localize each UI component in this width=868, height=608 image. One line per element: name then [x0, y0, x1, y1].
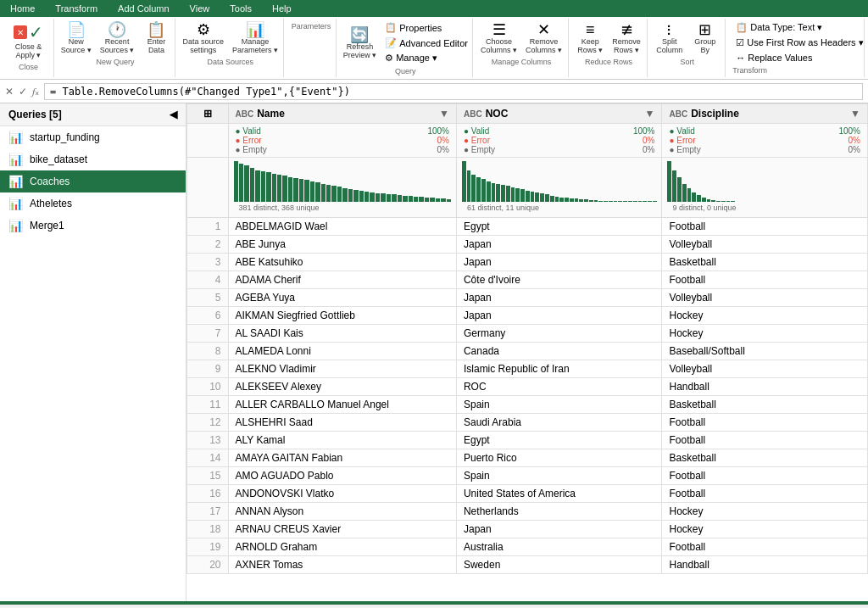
row-name: ARNOLD Graham — [228, 538, 456, 556]
discipline-column-header[interactable]: ABC Discipline ▼ — [662, 104, 868, 124]
name-column-header[interactable]: ABC Name ▼ — [228, 104, 456, 124]
manage-parameters-button[interactable]: 📊 ManageParameters ▾ — [229, 20, 281, 56]
table-row[interactable]: 4 ADAMA Cherif Côte d'Ivoire Football — [187, 271, 868, 289]
enter-data-button[interactable]: 📋 EnterData — [139, 20, 173, 56]
keep-rows-label: KeepRows ▾ — [577, 37, 603, 54]
discipline-distinct: 9 distinct, 0 unique — [665, 202, 864, 215]
name-col-filter-icon[interactable]: ▼ — [439, 108, 449, 120]
formula-cancel-icon[interactable]: ✕ — [5, 86, 14, 98]
sidebar-item-bike-dataset[interactable]: 📊 bike_dataset — [0, 148, 186, 170]
keep-rows-button[interactable]: ≡ KeepRows ▾ — [573, 20, 607, 56]
row-number: 18 — [187, 521, 229, 538]
tab-help[interactable]: Help — [262, 0, 302, 17]
properties-button[interactable]: 📋 Properties — [381, 20, 471, 35]
main-layout: Queries [5] ◀ 📊 startup_funding 📊 bike_d… — [0, 103, 868, 601]
refresh-preview-icon: 🔄 — [350, 27, 369, 42]
remove-rows-button[interactable]: ≢ RemoveRows ▾ — [609, 20, 644, 56]
group-by-button[interactable]: ⊞ GroupBy — [688, 20, 722, 56]
table-row[interactable]: 5 AGEBA Yuya Japan Volleyball — [187, 289, 868, 307]
merge1-label: Merge1 — [30, 220, 64, 231]
table-row[interactable]: 7 AL SAADI Kais Germany Hockey — [187, 325, 868, 343]
data-type-button[interactable]: 📋 Data Type: Text ▾ — [732, 20, 866, 35]
advanced-editor-button[interactable]: 📝 Advanced Editor — [381, 36, 471, 50]
tab-transform[interactable]: Transform — [45, 0, 108, 17]
sidebar-collapse-icon[interactable]: ◀ — [170, 109, 177, 120]
name-bar-chart: 381 distinct, 368 unique — [228, 158, 456, 218]
use-first-row-icon: ☑ — [736, 37, 744, 48]
row-number: 16 — [187, 485, 229, 503]
discipline-col-filter-icon[interactable]: ▼ — [850, 108, 860, 120]
row-discipline: Basketball — [662, 396, 868, 414]
table-row[interactable]: 14 AMAYA GAITAN Fabian Puerto Rico Baske… — [187, 449, 868, 467]
recent-sources-button[interactable]: 🕐 RecentSources ▾ — [97, 20, 138, 56]
table-row[interactable]: 10 ALEKSEEV Alexey ROC Handball — [187, 378, 868, 396]
tab-tools[interactable]: Tools — [220, 0, 262, 17]
table-row[interactable]: 6 AIKMAN Siegfried Gottlieb Japan Hockey — [187, 307, 868, 325]
tab-add-column[interactable]: Add Column — [108, 0, 180, 17]
manage-button[interactable]: ⚙ Manage ▾ — [381, 51, 471, 65]
row-discipline: Volleyball — [662, 360, 868, 378]
formula-fx-icon[interactable]: 𝑓ₓ — [32, 86, 39, 98]
noc-col-filter-icon[interactable]: ▼ — [645, 108, 655, 120]
noc-column-header[interactable]: ABC NOC ▼ — [456, 104, 662, 124]
sidebar-item-merge1[interactable]: 📊 Merge1 — [0, 215, 186, 237]
row-number: 15 — [187, 467, 229, 485]
replace-values-button[interactable]: ↔ Replace Values — [732, 51, 866, 64]
group-query: 🔄 RefreshPreview ▾ 📋 Properties 📝 Advanc… — [338, 19, 473, 77]
row-name: ABE Junya — [228, 236, 456, 254]
group-data-sources: ⚙ Data sourcesettings 📊 ManageParameters… — [177, 19, 284, 77]
table-row[interactable]: 1 ABDELMAGID Wael Egypt Football — [187, 218, 868, 236]
tab-view[interactable]: View — [180, 0, 220, 17]
row-discipline: Basketball — [662, 254, 868, 271]
refresh-preview-button[interactable]: 🔄 RefreshPreview ▾ — [340, 25, 381, 61]
new-source-button[interactable]: 📄 NewSource ▾ — [58, 20, 95, 56]
sidebar-item-atheletes[interactable]: 📊 Atheletes — [0, 192, 186, 215]
manage-columns-group-title: Manage Columns — [492, 58, 552, 66]
remove-columns-button[interactable]: ✕ RemoveColumns ▾ — [522, 20, 565, 56]
formula-input[interactable] — [44, 83, 863, 100]
sidebar-title: Queries [5] — [8, 109, 62, 120]
tab-home[interactable]: Home — [0, 0, 45, 17]
group-transform: 📋 Data Type: Text ▾ ☑ Use First Row as H… — [727, 19, 865, 77]
data-source-settings-button[interactable]: ⚙ Data sourcesettings — [180, 20, 228, 56]
table-row[interactable]: 3 ABE Katsuhiko Japan Basketball — [187, 254, 868, 271]
table-row[interactable]: 12 ALSHEHRI Saad Saudi Arabia Football — [187, 414, 868, 432]
table-row[interactable]: 17 ANNAN Alyson Netherlands Hockey — [187, 503, 868, 521]
close-apply-button[interactable]: ✕ ✓ Close &Apply ▾ — [10, 20, 47, 61]
name-col-label: Name — [257, 108, 285, 120]
row-number: 10 — [187, 378, 229, 396]
bike-dataset-icon: 📊 — [8, 153, 23, 166]
group-reduce-rows: ≡ KeepRows ▾ ≢ RemoveRows ▾ Reduce Rows — [570, 19, 648, 77]
close-x-icon: ✕ — [14, 25, 27, 39]
row-name: AL SAADI Kais — [228, 325, 456, 343]
close-group-title: Close — [19, 63, 38, 71]
sidebar-item-startup-funding[interactable]: 📊 startup_funding — [0, 126, 186, 148]
atheletes-label: Atheletes — [30, 198, 72, 209]
new-query-group-title: New Query — [97, 58, 135, 66]
row-discipline: Volleyball — [662, 289, 868, 307]
table-row[interactable]: 13 ALY Kamal Egypt Football — [187, 432, 868, 449]
table-row[interactable]: 8 ALAMEDA Lonni Canada Baseball/Softball — [187, 343, 868, 360]
table-row[interactable]: 16 ANDONOVSKI Vlatko United States of Am… — [187, 485, 868, 503]
row-discipline: Basketball — [662, 449, 868, 467]
table-row[interactable]: 11 ALLER CARBALLO Manuel Angel Spain Bas… — [187, 396, 868, 414]
table-row[interactable]: 15 AMO AGUADO Pablo Spain Football — [187, 467, 868, 485]
choose-columns-button[interactable]: ☰ ChooseColumns ▾ — [477, 20, 520, 56]
table-container[interactable]: ⊞ ABC Name ▼ — [186, 103, 868, 601]
table-row[interactable]: 18 ARNAU CREUS Xavier Japan Hockey — [187, 521, 868, 538]
sidebar-item-coaches[interactable]: 📊 Coaches — [0, 170, 186, 192]
remove-columns-icon: ✕ — [537, 22, 550, 37]
row-noc: Japan — [456, 521, 662, 538]
table-row[interactable]: 9 ALEKNO Vladimir Islamic Republic of Ir… — [187, 360, 868, 378]
table-row[interactable]: 20 AXNER Tomas Sweden Handball — [187, 556, 868, 574]
table-row[interactable]: 2 ABE Junya Japan Volleyball — [187, 236, 868, 254]
group-parameters: Parameters — [286, 19, 337, 77]
table-row[interactable]: 19 ARNOLD Graham Australia Football — [187, 538, 868, 556]
split-column-button[interactable]: ⫶ SplitColumn — [653, 20, 687, 56]
row-noc: ROC — [456, 378, 662, 396]
row-number: 9 — [187, 360, 229, 378]
use-first-row-button[interactable]: ☑ Use First Row as Headers ▾ — [732, 36, 866, 50]
remove-columns-label: RemoveColumns ▾ — [526, 37, 562, 54]
formula-confirm-icon[interactable]: ✓ — [19, 86, 27, 98]
row-discipline: Football — [662, 432, 868, 449]
